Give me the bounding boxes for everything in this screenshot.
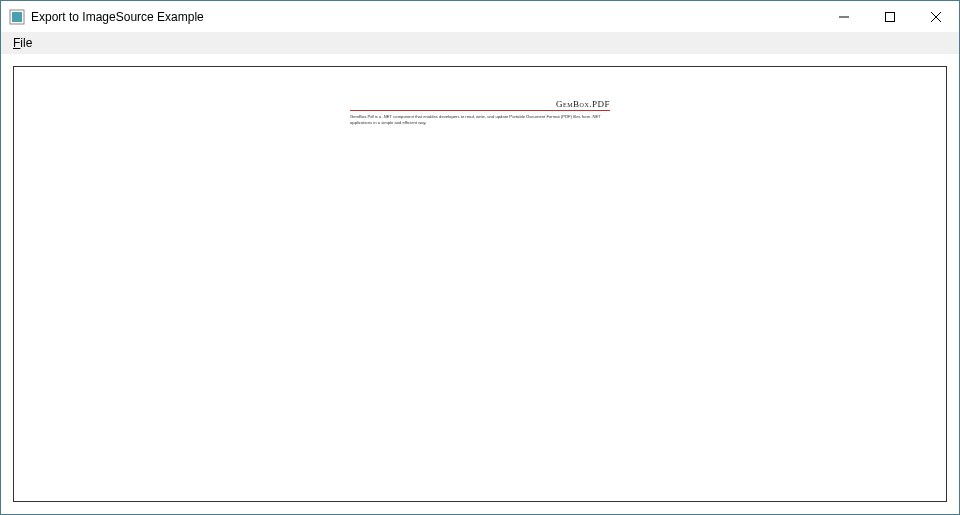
maximize-button[interactable] xyxy=(867,1,913,32)
image-preview: GemBox.PDF GemBox.Pdf is a .NET componen… xyxy=(13,66,947,502)
minimize-button[interactable] xyxy=(821,1,867,32)
close-button[interactable] xyxy=(913,1,959,32)
window-controls xyxy=(821,1,959,32)
menu-file[interactable]: File xyxy=(7,34,38,52)
window-title: Export to ImageSource Example xyxy=(31,10,821,24)
svg-rect-1 xyxy=(12,12,22,22)
content-area: GemBox.PDF GemBox.Pdf is a .NET componen… xyxy=(1,54,959,514)
document-body: GemBox.Pdf is a .NET component that enab… xyxy=(350,114,610,125)
menu-file-rest: ile xyxy=(20,36,32,50)
menubar: File xyxy=(1,32,959,54)
svg-rect-3 xyxy=(886,12,895,21)
titlebar: Export to ImageSource Example xyxy=(1,1,959,32)
document-heading: GemBox.PDF xyxy=(350,99,610,111)
document-content: GemBox.PDF GemBox.Pdf is a .NET componen… xyxy=(350,99,610,125)
app-icon xyxy=(9,9,25,25)
